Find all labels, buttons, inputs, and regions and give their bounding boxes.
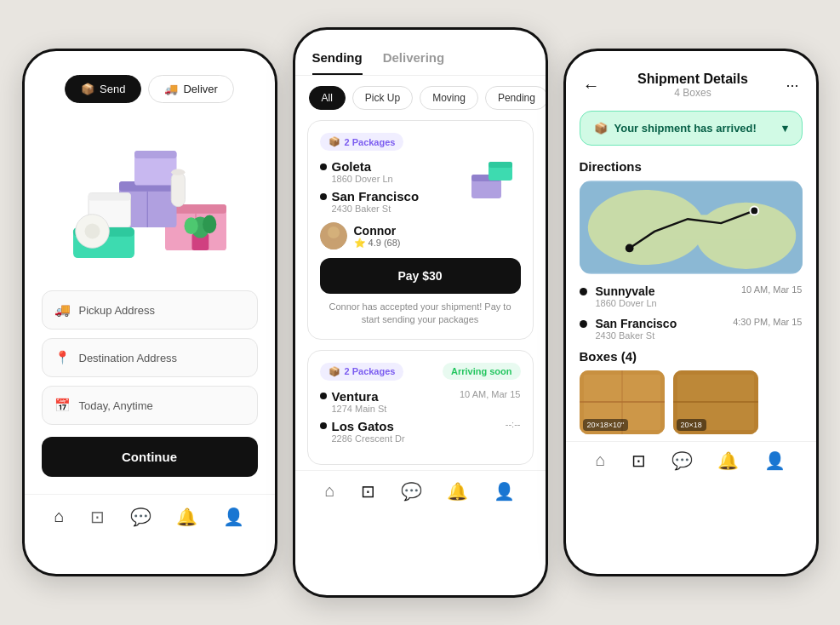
nav2-chat-icon[interactable]: 💬 — [401, 481, 422, 502]
nav2-bell-icon[interactable]: 🔔 — [447, 481, 468, 502]
p1-tab-bar: 📦 Send 🚚 Deliver — [25, 51, 275, 112]
phones-container: 📦 Send 🚚 Deliver — [0, 2, 840, 623]
p1-nav-bar: ⌂ ⊡ 💬 🔔 👤 — [25, 494, 275, 544]
package-icon: 📦 — [594, 122, 608, 135]
p3-box-thumbnails: 20×18×10" 20×18 — [580, 370, 803, 434]
card2-to: Los Gatos --:-- 2286 Crescent Dr — [320, 419, 521, 444]
back-button[interactable]: ← — [583, 76, 600, 95]
svg-point-25 — [328, 226, 340, 238]
card1-header: 📦 2 Packages — [320, 133, 521, 151]
card1-courier: Connor ⭐ 4.9 (68) — [320, 222, 521, 249]
nav2-user-icon[interactable]: 👤 — [494, 481, 515, 502]
pkg-icon2: 📦 — [329, 366, 340, 377]
svg-point-16 — [184, 217, 197, 234]
nav-home-icon[interactable]: ⌂ — [54, 507, 64, 527]
chevron-down-icon: ▾ — [782, 122, 788, 135]
card1-illustration — [463, 153, 523, 216]
svg-point-32 — [750, 207, 758, 215]
card2-header: 📦 2 Packages Arriving soon — [320, 363, 521, 381]
stop2-dot — [580, 320, 587, 328]
boxes-illustration — [42, 120, 258, 273]
box2-label: 20×18 — [677, 419, 706, 431]
stop1-info: Sunnyvale 1860 Dover Ln — [596, 284, 657, 308]
nav3-home-icon[interactable]: ⌂ — [595, 450, 605, 471]
stop-2: San Francisco 2430 Baker St 4:30 PM, Mar… — [580, 317, 803, 341]
p1-illustration — [25, 112, 275, 282]
nav3-chat-icon[interactable]: 💬 — [671, 450, 693, 471]
filter-pending[interactable]: Pending — [485, 86, 546, 110]
phone-3: ← Shipment Details 4 Boxes ··· 📦 Your sh… — [563, 49, 819, 576]
p2-tab-bar: Sending Delivering — [295, 30, 546, 76]
filter-pickup[interactable]: Pick Up — [352, 86, 413, 110]
to-dot — [320, 193, 327, 200]
p3-map — [580, 181, 803, 274]
box1-label: 20×18×10" — [583, 419, 629, 431]
p2-filter-bar: All Pick Up Moving Pending — [295, 76, 546, 120]
more-button[interactable]: ··· — [786, 77, 798, 95]
phone-2: Sending Delivering All Pick Up Moving Pe… — [293, 27, 548, 598]
card2-from: Ventura 10 AM, Mar 15 1274 Main St — [320, 389, 521, 414]
pickup-address-field[interactable]: 🚚 Pickup Address — [42, 290, 258, 330]
nav2-home-icon[interactable]: ⌂ — [324, 481, 334, 502]
p2-cards-list: 📦 2 Packages Goleta 1860 Dover Ln — [295, 120, 546, 465]
nav-bell-icon[interactable]: 🔔 — [176, 507, 197, 527]
nav-chat-icon[interactable]: 💬 — [130, 507, 151, 527]
destination-address-field[interactable]: 📍 Destination Address — [42, 338, 258, 377]
delivering-tab[interactable]: Delivering — [383, 50, 445, 75]
p3-header: ← Shipment Details 4 Boxes ··· — [566, 51, 816, 106]
p2-nav-bar: ⌂ ⊡ 💬 🔔 👤 — [295, 470, 546, 517]
card1-badge: 📦 2 Packages — [320, 133, 404, 151]
from-dot — [320, 163, 327, 170]
svg-point-31 — [625, 244, 633, 253]
phone-1: 📦 Send 🚚 Deliver — [22, 49, 277, 576]
arriving-badge: Arriving soon — [443, 363, 521, 380]
stop2-info: San Francisco 2430 Baker St — [596, 317, 677, 341]
sending-tab[interactable]: Sending — [312, 50, 363, 75]
p1-form: 🚚 Pickup Address 📍 Destination Address 📅… — [25, 282, 275, 485]
deliver-icon: 🚚 — [164, 83, 178, 95]
calendar-icon: 📅 — [54, 398, 71, 413]
p3-nav-bar: ⌂ ⊡ 💬 🔔 👤 — [566, 441, 816, 486]
nav2-box-icon[interactable]: ⊡ — [361, 481, 375, 502]
box-thumb-1: 20×18×10" — [580, 370, 665, 434]
card2-badge: 📦 2 Packages — [320, 363, 404, 381]
svg-rect-9 — [89, 193, 131, 201]
truck-icon: 🚚 — [54, 302, 71, 318]
p3-title: Shipment Details 4 Boxes — [637, 72, 748, 99]
map-svg — [580, 181, 803, 274]
svg-point-17 — [203, 215, 216, 234]
send-tab[interactable]: 📦 Send — [65, 75, 141, 103]
arrived-content: 📦 Your shipment has arrived! — [594, 122, 757, 135]
star-icon: ⭐ — [354, 238, 366, 248]
shipment-card-2[interactable]: 📦 2 Packages Arriving soon Ventura 10 AM… — [307, 350, 534, 465]
deliver-tab[interactable]: 🚚 Deliver — [148, 75, 233, 103]
p3-directions-section: Directions — [566, 151, 816, 278]
date-time-field[interactable]: 📅 Today, Anytime — [42, 386, 258, 425]
card2-locations: Ventura 10 AM, Mar 15 1274 Main St Los G… — [320, 389, 521, 444]
nav-user-icon[interactable]: 👤 — [223, 507, 244, 527]
svg-rect-18 — [171, 172, 185, 207]
pay-button[interactable]: Pay $30 — [320, 258, 521, 294]
nav-box-icon[interactable]: ⊡ — [90, 507, 105, 527]
stop1-dot — [580, 288, 587, 295]
to-dot2 — [320, 422, 327, 429]
nav3-box-icon[interactable]: ⊡ — [631, 450, 646, 471]
p3-stops-list: Sunnyvale 1860 Dover Ln 10 AM, Mar 15 Sa… — [566, 278, 816, 347]
send-icon: 📦 — [81, 83, 94, 95]
filter-all[interactable]: All — [309, 86, 346, 110]
pkg-icon: 📦 — [329, 136, 340, 147]
arrived-banner[interactable]: 📦 Your shipment has arrived! ▾ — [580, 111, 803, 146]
p3-boxes-section: Boxes (4) 20×18×10" — [566, 347, 816, 441]
nav3-bell-icon[interactable]: 🔔 — [717, 450, 739, 471]
svg-rect-7 — [134, 151, 177, 158]
filter-moving[interactable]: Moving — [420, 86, 478, 110]
nav3-user-icon[interactable]: 👤 — [764, 450, 786, 471]
continue-button[interactable]: Continue — [42, 437, 258, 477]
svg-rect-23 — [489, 162, 512, 168]
courier-avatar — [320, 222, 347, 249]
shipment-card-1[interactable]: 📦 2 Packages Goleta 1860 Dover Ln — [307, 120, 534, 340]
svg-point-19 — [171, 169, 185, 175]
courier-info: Connor ⭐ 4.9 (68) — [354, 224, 401, 249]
stop-1: Sunnyvale 1860 Dover Ln 10 AM, Mar 15 — [580, 284, 803, 308]
location-icon: 📍 — [54, 350, 71, 365]
